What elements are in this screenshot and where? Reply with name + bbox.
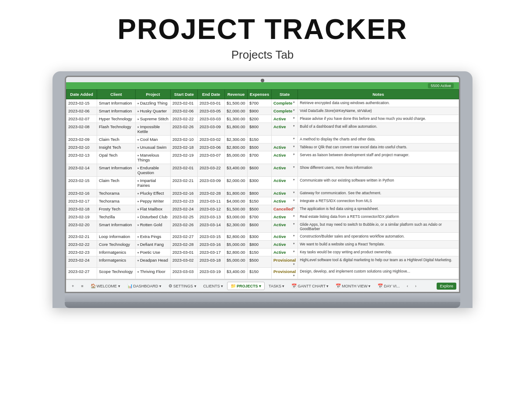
page-title: PROJECT TRACKER [118, 13, 408, 46]
col-header-state: State [272, 90, 298, 99]
table-row: 2023-02-23Informatgenics▾Poetic Use2023-… [66, 248, 459, 256]
cell-state: Active▾ [272, 177, 298, 189]
explore-button[interactable]: Explore [437, 283, 456, 290]
tab-menu[interactable]: ≡ [78, 283, 86, 290]
status-bar: 5500 Active [66, 82, 459, 89]
tab-dashboard[interactable]: 📊 DASHBOARD ▾ [124, 282, 165, 290]
laptop-base [65, 293, 460, 302]
cell-client: Informatgenics [97, 256, 136, 268]
cell-client: Smart Information [97, 164, 136, 177]
cell-start: 2023-02-21 [171, 177, 198, 189]
cell-expenses: $900 [248, 107, 272, 115]
tab-settings[interactable]: ⚙ SETTINGS ▾ [165, 282, 200, 290]
cell-project: ▾Supreme Stitch [136, 115, 171, 123]
tab-plus[interactable]: + [69, 283, 77, 290]
cell-end: 2023-02-28 [198, 189, 225, 197]
cell-date: 2023-02-17 [66, 197, 97, 205]
cell-date: 2023-02-07 [66, 115, 97, 123]
cell-project: ▾Endurable Question [136, 164, 171, 177]
gantt-icon: 📅 [291, 284, 297, 288]
tab-gantt[interactable]: 📅 GANTT CHART ▾ [288, 282, 332, 290]
cell-notes: We want to build a website using a React… [298, 241, 459, 248]
cell-revenue: $1,300.00 [225, 115, 248, 123]
cell-notes: Please advise if you have done this befo… [298, 115, 459, 123]
cell-client: Techzilla [97, 213, 136, 221]
cell-expenses: $300 [248, 177, 272, 189]
tab-tasks-label: TASKS ▾ [269, 284, 284, 288]
cell-date: 2023-02-13 [66, 151, 97, 164]
cell-project: ▾Rotten Gold [136, 221, 171, 233]
tab-clients-label: CLIENTS ▾ [203, 284, 224, 288]
cell-state: Active▾ [272, 115, 298, 123]
cell-revenue: $5,000.00 [225, 256, 248, 268]
cell-client: Smart Information [97, 107, 136, 115]
tab-prev[interactable]: ‹ [404, 283, 411, 290]
cell-project: ▾Husky Quarter [136, 107, 171, 115]
cell-state: Active▾ [272, 241, 298, 248]
tab-month[interactable]: 📅 MONTH VIEW ▾ [332, 282, 374, 290]
projects-icon: 📁 [231, 284, 236, 288]
cell-revenue: $2,300.00 [225, 221, 248, 233]
cell-expenses: $200 [248, 115, 272, 123]
cell-revenue: $3,000.00 [225, 213, 248, 221]
cell-revenue: $3,400.00 [225, 164, 248, 177]
col-header-start: Start Date [171, 90, 198, 99]
cell-start: 2023-03-01 [171, 248, 198, 256]
cell-start: 2023-03-02 [171, 256, 198, 268]
cell-date: 2023-02-08 [66, 123, 97, 136]
table-row: 2023-02-15Smart Information▾Dazzling Thi… [66, 99, 459, 107]
cell-revenue: $2,000.00 [225, 177, 248, 189]
cell-end: 2023-03-09 [198, 177, 225, 189]
cell-date: 2023-02-09 [66, 136, 97, 144]
cell-date: 2023-02-15 [66, 177, 97, 189]
cell-revenue: $3,400.00 [225, 268, 248, 279]
cell-client: Techorama [97, 197, 136, 205]
tab-day[interactable]: 📅 DAY VI... [374, 282, 402, 290]
tab-next[interactable]: › [412, 283, 420, 290]
cell-project: ▾Poetic Use [136, 248, 171, 256]
table-header-row: Date Added Client Project Start Date End… [66, 90, 459, 99]
col-header-revenue: Revenue [225, 90, 248, 99]
laptop-screen: 5500 Active Date Added Client Project St… [65, 76, 460, 293]
cell-state: Complete▾ [272, 99, 298, 107]
tab-tasks[interactable]: TASKS ▾ [266, 283, 287, 290]
cell-state: Active▾ [272, 233, 298, 241]
tab-welcome[interactable]: 🏠 WELCOME ▾ [88, 282, 123, 290]
cell-start: 2023-02-26 [171, 221, 198, 233]
tab-clients[interactable]: CLIENTS ▾ [200, 283, 227, 290]
cell-project: ▾Defiant Fang [136, 241, 171, 248]
cell-end: 2023-03-17 [198, 248, 225, 256]
cell-start: 2023-02-28 [171, 241, 198, 248]
month-icon: 📅 [336, 284, 341, 288]
laptop-frame: 5500 Active Date Added Client Project St… [52, 71, 472, 308]
cell-revenue: $1,500.00 [225, 205, 248, 213]
cell-client: Core Technology [97, 241, 136, 248]
dashboard-icon: 📊 [127, 284, 133, 288]
cell-date: 2023-02-23 [66, 248, 97, 256]
cell-state: Active▾ [272, 144, 298, 151]
tab-projects[interactable]: 📁 PROJECTS ▾ [227, 282, 265, 290]
cell-date: 2023-02-24 [66, 256, 97, 268]
settings-icon: ⚙ [168, 284, 172, 288]
cell-project: ▾Disturbed Club [136, 213, 171, 221]
table-row: 2023-02-15Claim Tech▾Impartial Fairies20… [66, 177, 459, 189]
cell-client: Loop Information [97, 233, 136, 241]
cell-revenue: $1,800.00 [225, 189, 248, 197]
cell-end: 2023-03-13 [198, 213, 225, 221]
cell-start: 2023-02-16 [171, 189, 198, 197]
table-row: 2023-02-27Scope Technology▾Thriving Floo… [66, 268, 459, 279]
cell-revenue: $2,800.00 [225, 248, 248, 256]
day-icon: 📅 [378, 284, 383, 288]
cell-client: Frosty Tech [97, 205, 136, 213]
cell-end: 2023-03-03 [198, 115, 225, 123]
cell-notes: Communicate with our existing software w… [298, 177, 459, 189]
cell-expenses: $600 [248, 164, 272, 177]
col-header-notes: Notes [298, 90, 459, 99]
cell-expenses: $500 [248, 144, 272, 151]
cell-end: 2023-03-18 [198, 256, 225, 268]
screen-notch [261, 79, 264, 82]
cell-end: 2023-03-02 [198, 136, 225, 144]
cell-end: 2023-03-14 [198, 221, 225, 233]
cell-expenses: $300 [248, 233, 272, 241]
cell-date: 2023-02-20 [66, 221, 97, 233]
